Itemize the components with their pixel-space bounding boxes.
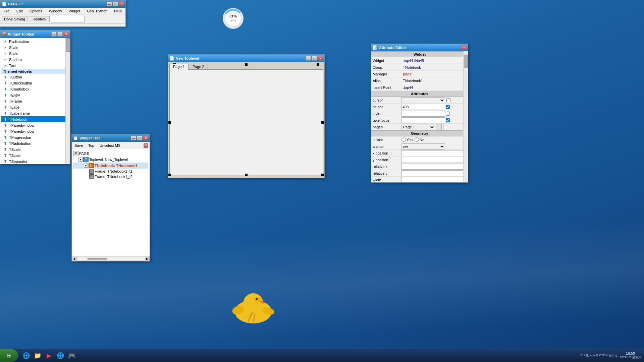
new-toplevel-titlebar[interactable]: 📄 New Toplevel — □ ✕ xyxy=(168,55,324,62)
take-focus-checkbox[interactable] xyxy=(446,118,450,122)
nb-handle-bottom-left[interactable] xyxy=(168,174,171,176)
menu-options[interactable]: Options xyxy=(28,9,44,13)
widget-list-scrollbar[interactable] xyxy=(65,38,70,164)
taskbar-browser-icon[interactable]: 🌐 xyxy=(55,350,66,361)
widget-item-text[interactable]: ✓ Text xyxy=(1,63,69,69)
handle-top-center[interactable] xyxy=(245,63,248,66)
widget-toolbar-controls[interactable]: — □ ✕ xyxy=(51,32,69,37)
widget-item-tseparator1[interactable]: T TSeparator xyxy=(1,159,69,164)
scroll-right-button[interactable]: ▶ xyxy=(145,257,150,261)
widget-tree-controls[interactable]: — □ ✕ xyxy=(131,136,148,140)
widget-item-tbutton[interactable]: T TButton xyxy=(1,74,69,80)
widget-item-tprogressbar[interactable]: T TProgressbar xyxy=(1,134,69,140)
top-button[interactable]: Top xyxy=(87,143,96,148)
start-button[interactable]: ⊞ xyxy=(0,349,18,362)
wt-close-button[interactable]: ✕ xyxy=(63,32,69,37)
widget-tree-titlebar[interactable]: 📋 Widget Tree — □ ✕ xyxy=(72,134,150,142)
menu-widget[interactable]: Widget xyxy=(67,9,82,13)
tab-page2[interactable]: Page 2 xyxy=(189,64,208,70)
widget-item-tpanedwindow2[interactable]: T TPanedwindow xyxy=(1,128,69,134)
cursor-checkbox[interactable] xyxy=(446,98,450,102)
widget-item-tlabel[interactable]: T TLabel xyxy=(1,104,69,110)
widget-item-spinbox[interactable]: ✓ Spinbox xyxy=(1,57,69,63)
toolbar-input[interactable] xyxy=(51,16,85,22)
height-checkbox[interactable] xyxy=(446,105,450,109)
locked-yes-radio[interactable] xyxy=(401,137,406,142)
scroll-left-button[interactable]: ◀ xyxy=(72,257,76,261)
widget-item-tframe[interactable]: T TFrame xyxy=(1,98,69,104)
nb-handle-left[interactable] xyxy=(168,121,171,124)
new-toplevel-controls[interactable]: — □ ✕ xyxy=(306,56,323,61)
width-input[interactable]: 544 xyxy=(401,177,468,183)
attr-editor-titlebar[interactable]: 📝 Attribute Editor ✕ xyxy=(371,44,468,51)
attr-scrollbar[interactable] xyxy=(463,51,468,182)
take-focus-input[interactable] xyxy=(401,117,445,123)
widget-item-tlabelframe[interactable]: T TLabelframe xyxy=(1,110,69,116)
taskbar-media-icon[interactable]: ▶ xyxy=(44,350,54,361)
page-window-controls[interactable]: — □ ✕ xyxy=(107,2,124,6)
wt2-close-button[interactable]: ✕ xyxy=(143,136,148,140)
x-position-input[interactable]: 20 xyxy=(401,150,468,156)
wt2-minimize-button[interactable]: — xyxy=(131,136,136,140)
widget-toolbar-titlebar[interactable]: 📦 Widget Toolbar — □ ✕ xyxy=(0,31,70,38)
nb-handle-bottom-right[interactable] xyxy=(321,174,324,176)
ae-close-button[interactable]: ✕ xyxy=(461,45,467,50)
nb-handle-bottom-center[interactable] xyxy=(245,174,248,176)
locked-yes-label[interactable]: Yes xyxy=(401,137,413,142)
toplevel-expander[interactable]: ▼ xyxy=(78,158,83,162)
widget-item-tradiobutton[interactable]: T TRadiobutton xyxy=(1,140,69,146)
attr-scrollbar-thumb[interactable] xyxy=(464,55,468,68)
height-input[interactable] xyxy=(401,104,445,110)
tree-node-toplevel[interactable]: ▼ T Toplevel: New_Toplevel xyxy=(73,157,148,163)
nb-handle-right[interactable] xyxy=(321,121,324,124)
pages-ellipsis-button[interactable]: ... xyxy=(436,124,442,130)
anchor-select[interactable]: nw xyxy=(401,143,445,149)
attr-editor-controls[interactable]: ✕ xyxy=(461,45,467,50)
cursor-select[interactable] xyxy=(401,97,445,103)
tab-page1[interactable]: Page 1 xyxy=(169,64,189,70)
widget-item-radiobutton[interactable]: ✓ Radiobutton xyxy=(1,39,69,45)
tree-node-frame2[interactable]: □ Frame: TNotebook1_t2 xyxy=(73,174,148,179)
menu-help[interactable]: Help xyxy=(112,9,124,13)
tree-node-page[interactable]: P PAGE xyxy=(73,150,148,157)
style-input[interactable] xyxy=(401,111,445,117)
notebook-expander[interactable]: ▼ xyxy=(84,164,88,168)
page-titlebar[interactable]: 📄 PAGE - * — □ ✕ xyxy=(0,0,125,8)
menu-window[interactable]: Window xyxy=(47,9,64,13)
tree-h-scrollbar[interactable]: ◀ ▶ xyxy=(72,256,150,261)
menu-file[interactable]: File xyxy=(2,9,12,13)
menu-edit[interactable]: Edit xyxy=(14,9,25,13)
close-button[interactable]: ✕ xyxy=(119,2,124,6)
locked-no-label[interactable]: No xyxy=(415,137,424,142)
widget-item-tcombobox[interactable]: T TCombobox xyxy=(1,86,69,92)
pages-checkbox[interactable] xyxy=(443,125,447,129)
relative-y-input[interactable]: 0.044 xyxy=(401,170,468,176)
wt2-restore-button[interactable]: □ xyxy=(137,136,142,140)
taskbar-folder-icon[interactable]: 📁 xyxy=(32,350,43,361)
widget-item-tentry[interactable]: T TEntry xyxy=(1,92,69,98)
locked-no-radio[interactable] xyxy=(415,137,419,142)
save-button[interactable]: Save xyxy=(73,143,84,148)
themed-widgets-header[interactable]: Themed widgets xyxy=(1,69,69,74)
widget-item-tscale2[interactable]: T TScale xyxy=(1,153,69,159)
widget-item-tcheckbutton[interactable]: T TCheckbutton xyxy=(1,80,69,86)
tree-node-frame1[interactable]: □ Frame: TNotebook1_t1 xyxy=(73,169,148,174)
restore-button[interactable]: □ xyxy=(113,2,118,6)
tree-node-tnotebook[interactable]: ▼ N TNotebook: TNotebook1 xyxy=(73,163,148,169)
nt-minimize-button[interactable]: — xyxy=(306,56,311,61)
menu-gen-python[interactable]: Gen_Python xyxy=(85,9,109,13)
style-checkbox[interactable] xyxy=(446,112,450,116)
widget-item-tnotebook[interactable]: T TNotebook xyxy=(1,116,69,122)
h-scrollbar-thumb[interactable] xyxy=(88,258,107,260)
taskbar-app-icon[interactable]: 🎮 xyxy=(66,350,77,361)
wt-minimize-button[interactable]: — xyxy=(51,32,57,37)
widget-item-scale2[interactable]: ✓ Scale xyxy=(1,51,69,57)
y-position-input[interactable]: 20 xyxy=(401,157,468,163)
unselect-ms-button[interactable]: Unselect MS xyxy=(98,143,122,148)
relative-x-input[interactable]: 0.033 xyxy=(401,164,468,170)
tree-inner-close[interactable]: ✕ xyxy=(144,143,148,148)
widget-item-tpanedwindow1[interactable]: T TPanedwindow xyxy=(1,122,69,128)
minimize-button[interactable]: — xyxy=(107,2,112,6)
nt-close-button[interactable]: ✕ xyxy=(318,56,323,61)
scrollbar-thumb[interactable] xyxy=(66,38,70,52)
